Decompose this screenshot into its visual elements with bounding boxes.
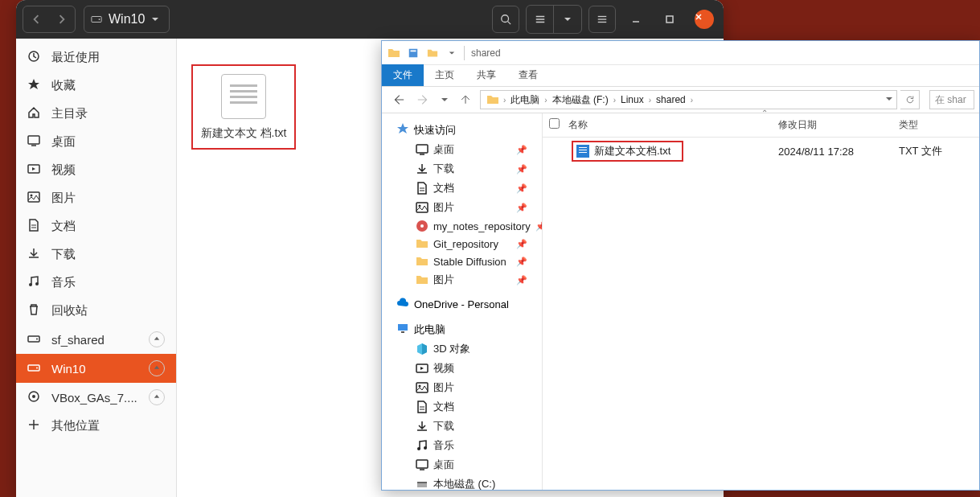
address-bar-row: › 此电脑›本地磁盘 (F:)›Linux›shared› 在 shar bbox=[382, 86, 979, 113]
dropdown-icon bbox=[151, 15, 159, 23]
nautilus-titlebar: Win10 bbox=[16, 0, 724, 39]
qat-folder-icon[interactable] bbox=[424, 44, 441, 62]
view-list-button[interactable] bbox=[527, 6, 554, 33]
image-icon bbox=[416, 201, 428, 214]
pc-item-3[interactable]: 文档 bbox=[382, 397, 542, 417]
breadcrumb[interactable]: › 此电脑›本地磁盘 (F:)›Linux›shared› bbox=[480, 90, 897, 109]
pin-icon: 📌 bbox=[516, 203, 535, 213]
ribbon-tab-2[interactable]: 共享 bbox=[465, 64, 507, 86]
minimize-button[interactable] bbox=[622, 6, 650, 33]
pc-item-1[interactable]: 视频 bbox=[382, 359, 542, 378]
eject-button[interactable] bbox=[149, 389, 165, 405]
win-recent-dropdown[interactable] bbox=[438, 89, 451, 110]
folder-icon bbox=[416, 255, 428, 268]
sidebar-item-7[interactable]: 下载 bbox=[16, 240, 176, 269]
quick-item-1[interactable]: 下载📌 bbox=[382, 159, 542, 179]
maximize-button[interactable] bbox=[656, 6, 683, 33]
quick-item-7[interactable]: 图片📌 bbox=[382, 270, 542, 290]
search-button[interactable] bbox=[492, 6, 519, 33]
thispc-header[interactable]: 此电脑 bbox=[382, 319, 542, 339]
pc-item-2[interactable]: 图片 bbox=[382, 378, 542, 397]
qat-dropdown-icon[interactable] bbox=[443, 44, 461, 62]
sidebar-item-13[interactable]: 其他位置 bbox=[16, 412, 176, 440]
sidebar-item-5[interactable]: 图片 bbox=[16, 184, 176, 212]
quick-item-2[interactable]: 文档📌 bbox=[382, 179, 542, 198]
desktop-icon bbox=[416, 458, 428, 471]
nav-forward-button[interactable] bbox=[49, 6, 75, 32]
col-name-header[interactable]: 名称 bbox=[565, 118, 778, 132]
music-icon bbox=[416, 439, 428, 452]
ribbon-tab-0[interactable]: 文件 bbox=[382, 64, 424, 86]
3d-icon bbox=[416, 343, 428, 355]
file-row[interactable]: 新建文本文档.txt 2024/8/11 17:28 TXT 文件 bbox=[543, 138, 979, 165]
sidebar-item-12[interactable]: VBox_GAs_7.... bbox=[16, 383, 176, 412]
search-box[interactable]: 在 shar bbox=[929, 90, 974, 109]
pc-item-7[interactable]: 本地磁盘 (C:) bbox=[382, 474, 542, 490]
qat-properties-icon[interactable] bbox=[404, 44, 422, 62]
eject-button[interactable] bbox=[149, 360, 165, 376]
sidebar-item-11[interactable]: Win10 bbox=[16, 354, 176, 383]
desktop-icon bbox=[416, 143, 428, 156]
ribbon-tab-3[interactable]: 查看 bbox=[507, 64, 549, 86]
eject-button[interactable] bbox=[149, 331, 165, 347]
pin-icon: 📌 bbox=[516, 275, 535, 285]
win-back-button[interactable] bbox=[387, 89, 409, 110]
col-date-header[interactable]: 修改日期 bbox=[778, 118, 899, 132]
quick-access-header[interactable]: 快速访问 bbox=[382, 120, 542, 140]
doc-icon bbox=[27, 219, 40, 234]
pc-icon bbox=[396, 322, 409, 337]
sidebar-item-2[interactable]: 主目录 bbox=[16, 100, 176, 128]
ribbon-tab-1[interactable]: 主页 bbox=[424, 64, 465, 86]
image-icon bbox=[27, 191, 40, 206]
svg-rect-33 bbox=[411, 50, 416, 51]
pc-item-5[interactable]: 音乐 bbox=[382, 436, 542, 455]
quick-item-5[interactable]: Git_repository📌 bbox=[382, 235, 542, 253]
close-button[interactable] bbox=[695, 10, 714, 29]
video-icon bbox=[27, 162, 40, 178]
text-file-icon bbox=[221, 74, 266, 119]
sidebar-item-0[interactable]: 最近使用 bbox=[16, 43, 176, 72]
crumb-3[interactable]: shared bbox=[653, 92, 689, 107]
quick-item-0[interactable]: 桌面📌 bbox=[382, 140, 542, 159]
crumb-1[interactable]: 本地磁盘 (F:) bbox=[549, 92, 612, 109]
txt-file-icon bbox=[576, 145, 589, 158]
sidebar-item-8[interactable]: 音乐 bbox=[16, 269, 176, 297]
nav-back-button[interactable] bbox=[23, 6, 49, 32]
location-bar[interactable]: Win10 bbox=[84, 6, 170, 33]
crumb-0[interactable]: 此电脑 bbox=[507, 92, 543, 109]
file-label: 新建文本文 档.txt bbox=[198, 125, 289, 140]
onedrive-header[interactable]: OneDrive - Personal bbox=[382, 294, 542, 314]
nautilus-sidebar: 最近使用收藏主目录桌面视频图片文档下载音乐回收站sf_sharedWin10VB… bbox=[16, 39, 177, 497]
view-dropdown-button[interactable] bbox=[554, 6, 581, 33]
col-type-header[interactable]: 类型 bbox=[899, 118, 979, 132]
pc-item-4[interactable]: 下载 bbox=[382, 417, 542, 436]
menu-button[interactable] bbox=[588, 6, 616, 33]
breadcrumb-dropdown[interactable] bbox=[885, 94, 893, 105]
file-item[interactable]: 新建文本文 档.txt bbox=[191, 64, 296, 150]
sidebar-item-3[interactable]: 桌面 bbox=[16, 128, 176, 156]
sidebar-item-4[interactable]: 视频 bbox=[16, 156, 176, 184]
sidebar-item-10[interactable]: sf_shared bbox=[16, 325, 176, 354]
quick-item-3[interactable]: 图片📌 bbox=[382, 198, 542, 217]
svg-point-23 bbox=[35, 282, 39, 285]
refresh-button[interactable] bbox=[900, 90, 920, 109]
download-icon bbox=[416, 162, 428, 175]
win-up-button[interactable] bbox=[454, 89, 477, 110]
quick-item-6[interactable]: Stable Diffusion📌 bbox=[382, 253, 542, 270]
svg-rect-43 bbox=[401, 331, 404, 333]
svg-line-3 bbox=[508, 22, 511, 25]
sidebar-item-9[interactable]: 回收站 bbox=[16, 297, 176, 325]
win-forward-button[interactable] bbox=[412, 89, 435, 110]
drive-icon bbox=[27, 332, 40, 347]
quick-item-4[interactable]: my_notes_repository📌 bbox=[382, 217, 542, 235]
svg-rect-51 bbox=[416, 460, 428, 468]
crumb-2[interactable]: Linux bbox=[617, 92, 647, 107]
pc-item-6[interactable]: 桌面 bbox=[382, 455, 542, 474]
plus-icon bbox=[27, 418, 40, 433]
sidebar-item-6[interactable]: 文档 bbox=[16, 212, 176, 240]
sidebar-item-1[interactable]: 收藏 bbox=[16, 72, 176, 100]
file-list: ⌃ 名称 修改日期 类型 新建文本文档.txt 2024/8/11 17:28 … bbox=[543, 113, 979, 490]
select-all-checkbox[interactable] bbox=[549, 118, 560, 129]
doc-icon bbox=[416, 182, 428, 195]
pc-item-0[interactable]: 3D 对象 bbox=[382, 339, 542, 359]
